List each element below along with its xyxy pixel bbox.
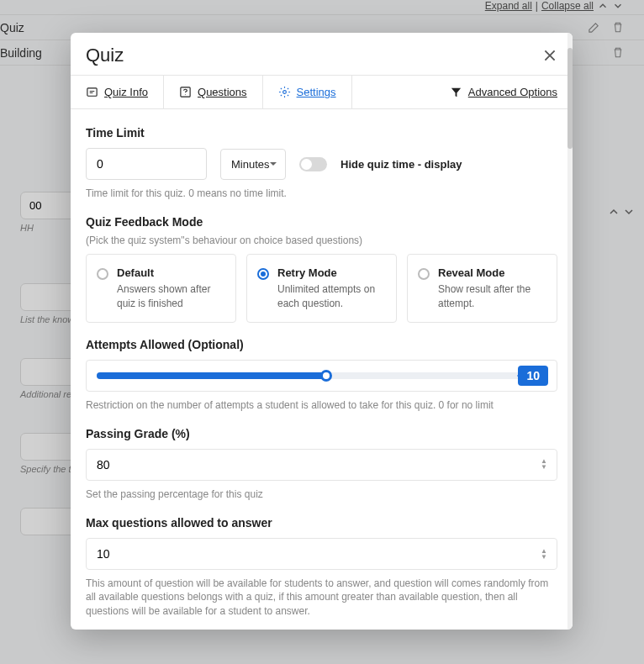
slider-value-badge: 10 [518,366,548,386]
tab-label: Quiz Info [104,86,148,98]
slider-fill [97,372,326,379]
tab-label: Questions [198,86,247,98]
feedback-mode-label: Quiz Feedback Mode [86,215,557,229]
option-title: Default [117,266,224,279]
modal-scrollbar-thumb[interactable] [567,48,573,149]
modal-title: Quiz [86,45,124,66]
feedback-mode-sub: (Pick the quiz system"s behaviour on cho… [86,234,557,247]
svg-point-4 [282,91,286,94]
feedback-option-default[interactable]: Default Answers shown after quiz is fini… [86,254,236,322]
passing-grade-label: Passing Grade (%) [86,427,557,440]
questions-icon [179,86,192,98]
tab-label: Settings [297,86,336,98]
slider-thumb[interactable] [320,370,332,382]
close-icon[interactable] [542,48,557,63]
radio-icon [97,268,108,280]
radio-icon [418,268,430,280]
passing-grade-help: Set the passing percentage for this quiz [86,487,557,501]
tab-settings[interactable]: Settings [263,76,352,108]
time-limit-help: Time limit for this quiz. 0 means no tim… [86,187,557,200]
passing-grade-input[interactable] [86,449,557,481]
feedback-option-retry[interactable]: Retry Mode Unlimited attempts on each qu… [246,254,397,322]
max-questions-help: This amount of question will be availabl… [86,577,557,618]
spinner-icon[interactable]: ▲▼ [541,538,552,570]
hide-time-toggle[interactable] [299,157,327,171]
option-title: Reveal Mode [438,266,545,279]
attempts-label: Attempts Allowed (Optional) [86,338,557,351]
option-title: Retry Mode [277,266,384,279]
attempts-slider[interactable]: 10 [97,372,546,379]
tab-quiz-info[interactable]: Quiz Info [71,76,164,108]
time-limit-input[interactable] [86,148,207,180]
info-card-icon [86,86,98,98]
filter-icon [450,86,462,98]
quiz-modal: Quiz Quiz Info Questions Settings Advanc… [71,33,573,630]
gear-icon [278,86,291,98]
tab-bar: Quiz Info Questions Settings Advanced Op… [71,75,573,109]
max-questions-label: Max questions allowed to answer [86,516,557,530]
modal-scrollbar-track[interactable] [567,33,573,630]
radio-icon [257,268,269,280]
hide-time-label: Hide quiz time - display [340,158,462,171]
option-desc: Unlimited attempts on each question. [277,282,384,309]
feedback-option-reveal[interactable]: Reveal Mode Show result after the attemp… [407,254,557,322]
max-questions-input[interactable] [86,538,557,570]
time-unit-select[interactable]: Minutes [220,149,286,180]
time-limit-label: Time Limit [86,126,557,140]
attempts-help: Restriction on the number of attempts a … [86,398,557,412]
option-desc: Answers shown after quiz is finished [117,282,224,309]
option-desc: Show result after the attempt. [438,282,545,309]
spinner-icon[interactable]: ▲▼ [541,449,552,481]
tab-label: Advanced Options [468,86,557,98]
tab-advanced-options[interactable]: Advanced Options [435,76,573,108]
tab-questions[interactable]: Questions [164,76,263,108]
attempts-slider-wrap: 10 [86,360,557,392]
svg-rect-0 [87,88,97,96]
